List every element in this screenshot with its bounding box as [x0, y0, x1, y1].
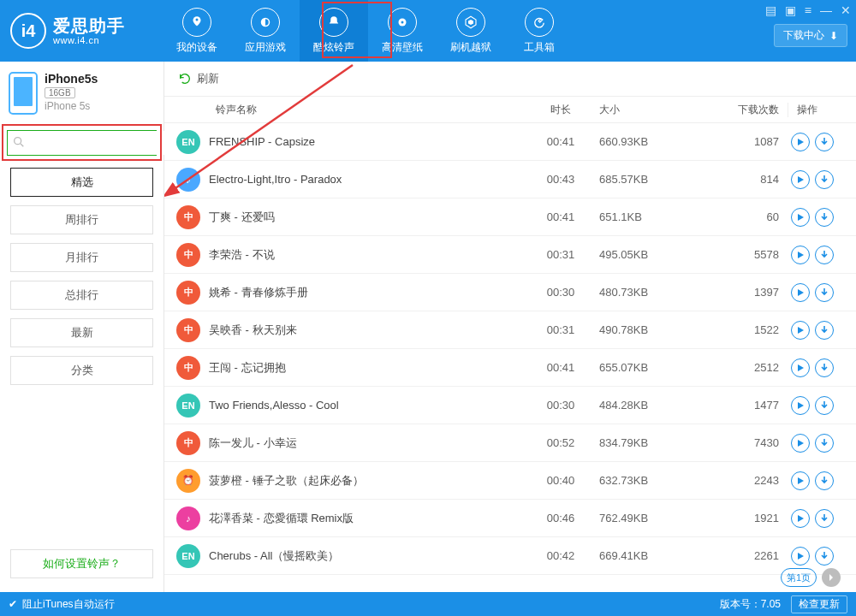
language-badge: EN [176, 544, 200, 568]
sidebar-item-1[interactable]: 周排行 [10, 205, 153, 234]
play-button[interactable] [791, 471, 810, 490]
col-ops: 操作 [788, 103, 856, 117]
menu-icon[interactable]: ≡ [805, 3, 811, 17]
ringtone-downloads: 1397 [702, 286, 788, 299]
ringtone-size: 660.93KB [599, 135, 702, 148]
download-button[interactable] [815, 434, 834, 453]
ringtone-title-cell[interactable]: 中王闯 - 忘记拥抱 [164, 356, 522, 380]
sidebar-item-3[interactable]: 总排行 [10, 281, 153, 310]
ringtone-downloads: 1522 [702, 323, 788, 336]
help-set-ringtone[interactable]: 如何设置铃声？ [10, 549, 153, 578]
ringtone-duration: 00:46 [522, 512, 599, 524]
logo: i4 爱思助手 www.i4.cn [0, 13, 163, 49]
ringtone-row: ENCherubs - All（慢摇欧美）00:42669.41KB2261 [164, 537, 856, 575]
ringtone-title-cell[interactable]: 中姚希 - 青春修炼手册 [164, 281, 522, 305]
ringtone-row: 中李荣浩 - 不说00:31495.05KB5578 [164, 236, 856, 274]
skin-icon[interactable]: ▣ [785, 3, 796, 17]
ringtone-duration: 00:41 [522, 210, 599, 223]
page-indicator[interactable]: 第1页 [781, 568, 817, 587]
ringtone-row: 中王闯 - 忘记拥抱00:41655.07KB2512 [164, 349, 856, 387]
minimize-icon[interactable]: — [820, 3, 832, 17]
language-badge: 中 [176, 243, 200, 267]
play-button[interactable] [791, 283, 810, 302]
ringtone-title-cell[interactable]: ⏰菠萝橙 - 锤子之歌（起床必备） [164, 469, 522, 493]
table-header: 铃声名称 时长 大小 下载次数 操作 [164, 96, 856, 123]
device-name: iPhone5s [45, 72, 98, 86]
app-url: www.i4.cn [53, 35, 125, 45]
ringtone-downloads: 1477 [702, 399, 788, 412]
ringtone-duration: 00:40 [522, 474, 599, 487]
download-button[interactable] [815, 283, 834, 302]
ringtone-title-cell[interactable]: ♪Electro-Light,Itro - Paradox [164, 168, 522, 192]
ringtone-downloads: 2261 [702, 549, 788, 562]
ringtone-title: Cherubs - All（慢摇欧美） [209, 548, 339, 564]
play-button[interactable] [791, 321, 810, 340]
ringtone-title-cell[interactable]: ENTwo Friends,Alesso - Cool [164, 394, 522, 418]
language-badge: 中 [176, 281, 200, 305]
play-button[interactable] [791, 547, 810, 566]
sidebar-item-4[interactable]: 最新 [10, 318, 153, 347]
ringtone-size: 669.41KB [599, 549, 702, 562]
play-button[interactable] [791, 434, 810, 453]
download-center-label: 下载中心 [783, 28, 824, 43]
ringtone-title-cell[interactable]: 中吴映香 - 秋天别来 [164, 318, 522, 342]
ringtone-title-cell[interactable]: ENFRENSHIP - Capsize [164, 130, 522, 154]
main-panel: 刷新 铃声名称 时长 大小 下载次数 操作 ENFRENSHIP - Capsi… [164, 62, 856, 592]
ringtone-title-cell[interactable]: 中李荣浩 - 不说 [164, 243, 522, 267]
nav-tabs: 我的设备应用游戏酷炫铃声高清壁纸刷机越狱工具箱 [163, 0, 574, 62]
ringtone-row: ENFRENSHIP - Capsize00:41660.93KB1087 [164, 123, 856, 161]
ringtone-title: 王闯 - 忘记拥抱 [209, 360, 286, 376]
version-label: 版本号：7.05 [720, 597, 781, 612]
ringtone-title-cell[interactable]: 中丁爽 - 还爱吗 [164, 205, 522, 229]
download-button[interactable] [815, 396, 834, 415]
status-bar: ✔ 阻止iTunes自动运行 版本号：7.05 检查更新 [0, 592, 856, 616]
sidebar-item-2[interactable]: 月排行 [10, 243, 153, 272]
col-name: 铃声名称 [164, 103, 522, 117]
play-button[interactable] [791, 358, 810, 377]
nav-tab-device[interactable]: 我的设备 [163, 0, 231, 62]
device-card[interactable]: iPhone5s 16GB iPhone 5s [0, 62, 163, 127]
sidebar-item-0[interactable]: 精选 [10, 168, 153, 197]
ringtone-size: 484.28KB [599, 399, 702, 412]
ringtone-duration: 00:41 [522, 135, 599, 148]
download-button[interactable] [815, 170, 834, 189]
download-button[interactable] [815, 547, 834, 566]
play-button[interactable] [791, 509, 810, 528]
check-update-button[interactable]: 检查更新 [791, 595, 847, 613]
nav-tab-wallpaper[interactable]: 高清壁纸 [368, 0, 437, 62]
ringtone-size: 651.1KB [599, 210, 702, 223]
play-button[interactable] [791, 170, 810, 189]
play-button[interactable] [791, 133, 810, 151]
language-badge: 中 [176, 318, 200, 342]
ringtone-duration: 00:30 [522, 286, 599, 299]
logo-icon: i4 [10, 13, 46, 49]
download-button[interactable] [815, 358, 834, 377]
download-button[interactable] [815, 471, 834, 490]
play-button[interactable] [791, 396, 810, 415]
close-icon[interactable]: ✕ [841, 3, 851, 17]
download-button[interactable] [815, 321, 834, 340]
download-center-button[interactable]: 下载中心 ⬇ [774, 24, 847, 47]
download-button[interactable] [815, 133, 834, 151]
ringtone-title: Electro-Light,Itro - Paradox [209, 173, 342, 186]
device-icon [9, 72, 38, 115]
itunes-block-toggle[interactable]: 阻止iTunes自动运行 [22, 597, 115, 612]
download-button[interactable] [815, 246, 834, 264]
play-button[interactable] [791, 208, 810, 227]
nav-tab-toolbox[interactable]: 工具箱 [505, 0, 574, 62]
nav-tab-apps[interactable]: 应用游戏 [231, 0, 300, 62]
nav-tab-flash[interactable]: 刷机越狱 [437, 0, 505, 62]
search-input[interactable] [8, 131, 165, 155]
ringtone-title-cell[interactable]: 中陈一发儿 - 小幸运 [164, 431, 522, 455]
sidebar-item-5[interactable]: 分类 [10, 356, 153, 385]
play-button[interactable] [791, 246, 810, 264]
ringtone-title-cell[interactable]: ♪花澤香菜 - 恋愛循環 Remix版 [164, 506, 522, 530]
download-button[interactable] [815, 208, 834, 227]
download-button[interactable] [815, 509, 834, 528]
feedback-icon[interactable]: ▤ [765, 3, 776, 17]
ringtone-title-cell[interactable]: ENCherubs - All（慢摇欧美） [164, 544, 522, 568]
nav-tab-ringtone[interactable]: 酷炫铃声 [300, 0, 368, 62]
page-next[interactable] [822, 568, 841, 587]
ringtone-row: 中姚希 - 青春修炼手册00:30480.73KB1397 [164, 274, 856, 311]
refresh-button[interactable]: 刷新 [164, 62, 856, 96]
